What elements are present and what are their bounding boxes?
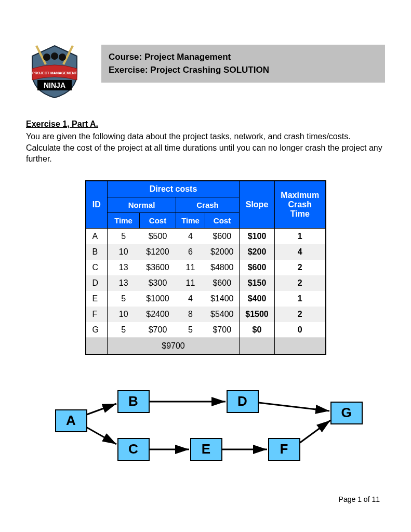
svg-point-3: [51, 52, 58, 60]
edge-d-g: [259, 403, 329, 411]
node-c: C: [117, 438, 150, 461]
cell-ctime: 11: [176, 275, 205, 291]
cell-slope: $100: [240, 228, 275, 244]
col-id: ID: [86, 181, 108, 229]
cell-ccost: $5400: [205, 307, 240, 322]
node-e: E: [190, 438, 222, 461]
cell-slope: $200: [240, 244, 275, 260]
cell-ctime: 6: [176, 244, 205, 260]
col-ncost: Cost: [140, 212, 176, 228]
ninja-logo: PROJECT MANAGEMENT NINJA: [26, 42, 83, 99]
svg-point-4: [59, 54, 66, 61]
node-f: F: [268, 438, 300, 461]
edge-f-g: [299, 420, 330, 443]
cell-ncost: $1000: [140, 291, 176, 307]
col-max-crash: Maximum Crash Time: [275, 181, 326, 229]
cell-max: 2: [275, 275, 326, 291]
cell-ccost: $600: [205, 228, 240, 244]
node-g: G: [330, 402, 363, 424]
cell-ncost: $2400: [140, 307, 176, 322]
cell-ccost: $700: [205, 322, 240, 338]
cell-ntime: 10: [108, 244, 140, 260]
table-row: B10$12006$2000$2004: [86, 244, 326, 260]
cell-id: B: [86, 244, 108, 260]
page-footer: Page 1 of 11: [339, 495, 380, 503]
col-ccost: Cost: [205, 212, 240, 228]
table-row: C13$360011$4800$6002: [86, 260, 326, 275]
cell-ncost: $1200: [140, 244, 176, 260]
cell-max: 4: [275, 244, 326, 260]
edge-a-b: [85, 404, 116, 415]
table-row: F10$24008$5400$15002: [86, 307, 326, 322]
col-normal: Normal: [108, 197, 176, 212]
table-row: A5$5004$600$1001: [86, 228, 326, 244]
cell-ntime: 5: [108, 291, 140, 307]
svg-text:NINJA: NINJA: [44, 81, 65, 89]
node-b: B: [117, 390, 150, 413]
cell-id: D: [86, 275, 108, 291]
cell-slope: $150: [240, 275, 275, 291]
cell-slope: $1500: [240, 307, 275, 322]
svg-text:PROJECT MANAGEMENT: PROJECT MANAGEMENT: [32, 71, 77, 75]
table-row: G5$7005$700$00: [86, 322, 326, 338]
cell-ccost: $4800: [205, 260, 240, 275]
col-crash: Crash: [176, 197, 240, 212]
cell-ncost: $700: [140, 322, 176, 338]
exercise-text: You are given the following data about t…: [26, 131, 385, 165]
cell-ntime: 5: [108, 322, 140, 338]
cell-ntime: 13: [108, 260, 140, 275]
cell-ctime: 8: [176, 307, 205, 322]
cell-id: F: [86, 307, 108, 322]
cell-id: G: [86, 322, 108, 338]
node-d: D: [227, 390, 259, 413]
table-row: E5$10004$1400$4001: [86, 291, 326, 307]
col-ntime: Time: [108, 212, 140, 228]
cell-ntime: 10: [108, 307, 140, 322]
course-title: Course: Project Management: [109, 51, 378, 64]
cell-id: A: [86, 228, 108, 244]
document-header: PROJECT MANAGEMENT NINJA Course: Project…: [26, 42, 385, 99]
cell-ntime: 13: [108, 275, 140, 291]
col-direct-costs: Direct costs: [108, 181, 240, 197]
title-bar: Course: Project Management Exercise: Pro…: [101, 45, 385, 83]
cell-ntime: 5: [108, 228, 140, 244]
table-row: D13$30011$600$1502: [86, 275, 326, 291]
cell-total: $9700: [108, 338, 240, 354]
cell-max: 1: [275, 228, 326, 244]
cell-ctime: 4: [176, 228, 205, 244]
cell-max: 1: [275, 291, 326, 307]
node-a: A: [55, 409, 87, 432]
network-diagram: A B C D E F G: [50, 386, 362, 469]
cell-slope: $400: [240, 291, 275, 307]
cell-max: 2: [275, 307, 326, 322]
costs-table: ID Direct costs Slope Maximum Crash Time…: [85, 180, 326, 355]
cell-slope: $0: [240, 322, 275, 338]
table-total-row: $9700: [86, 338, 326, 354]
cell-slope: $600: [240, 260, 275, 275]
cell-max: 2: [275, 260, 326, 275]
cell-ccost: $1400: [205, 291, 240, 307]
cell-max: 0: [275, 322, 326, 338]
cell-ctime: 11: [176, 260, 205, 275]
cell-ccost: $600: [205, 275, 240, 291]
cell-id: C: [86, 260, 108, 275]
cell-ncost: $500: [140, 228, 176, 244]
cell-ccost: $2000: [205, 244, 240, 260]
col-slope: Slope: [240, 181, 275, 229]
cell-id: E: [86, 291, 108, 307]
cell-ctime: 4: [176, 291, 205, 307]
cell-ncost: $300: [140, 275, 176, 291]
section-title: Exercise 1, Part A.: [26, 119, 385, 129]
edge-a-c: [85, 427, 116, 444]
col-ctime: Time: [176, 212, 205, 228]
exercise-title: Exercise: Project Crashing SOLUTION: [109, 64, 378, 77]
cell-ctime: 5: [176, 322, 205, 338]
cell-ncost: $3600: [140, 260, 176, 275]
svg-point-2: [43, 54, 50, 61]
